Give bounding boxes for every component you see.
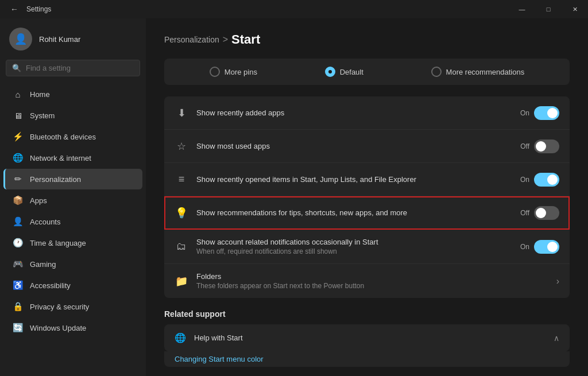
radio-default[interactable]: Default (325, 67, 363, 77)
titlebar-left: ← Settings (7, 2, 51, 16)
account-notifications-toggle-knob (547, 242, 558, 252)
setting-row-recently-opened: ≡ Show recently opened items in Start, J… (164, 163, 570, 196)
changing-start-color-link[interactable]: Changing Start menu color (164, 351, 570, 367)
folders-text: Folders These folders appear on Start ne… (196, 272, 548, 290)
recommendations-icon: 💡 (175, 207, 188, 219)
sidebar-item-gaming-label: Gaming (30, 260, 56, 269)
back-button[interactable]: ← (7, 2, 22, 16)
sidebar-item-system[interactable]: 🖥 System (3, 105, 142, 126)
breadcrumb-current: Start (231, 32, 260, 47)
update-icon: 🔄 (13, 323, 23, 333)
recently-added-toggle-knob (547, 108, 558, 118)
close-button[interactable]: ✕ (562, 0, 588, 18)
user-section: 👤 Rohit Kumar (0, 18, 146, 57)
sidebar-item-time-label: Time & language (30, 239, 86, 247)
recommendations-control: Off (520, 206, 559, 220)
sidebar-item-apps[interactable]: 📦 Apps (3, 190, 142, 211)
recommendations-toggle[interactable] (534, 206, 559, 220)
related-support-title: Related support (164, 309, 570, 319)
most-used-state-label: Off (520, 142, 529, 150)
recently-added-state-label: On (520, 109, 529, 117)
sidebar-item-privacy-label: Privacy & security (30, 303, 89, 311)
account-notifications-icon: 🗂 (175, 241, 188, 253)
sidebar-item-network[interactable]: 🌐 Network & internet (3, 148, 142, 168)
accessibility-icon: ♿ (13, 280, 23, 290)
setting-row-recommendations: 💡 Show recommendations for tips, shortcu… (164, 196, 570, 230)
breadcrumb-parent: Personalization (164, 35, 219, 44)
recently-added-toggle[interactable] (534, 106, 559, 120)
support-row-help-start[interactable]: 🌐 Help with Start ∧ (164, 324, 570, 351)
most-used-text: Show most used apps (196, 142, 512, 150)
sidebar-item-accounts[interactable]: 👤 Accounts (3, 211, 142, 232)
titlebar-controls: — □ ✕ (509, 0, 588, 18)
sidebar-item-privacy[interactable]: 🔒 Privacy & security (3, 296, 142, 317)
minimize-button[interactable]: — (509, 0, 535, 18)
account-notifications-toggle[interactable] (534, 240, 559, 254)
privacy-icon: 🔒 (13, 301, 23, 312)
layout-radio-group: More pins Default More recommendations (164, 59, 570, 85)
sidebar-item-personalization[interactable]: ✏ Personalization (3, 169, 142, 189)
gaming-icon: 🎮 (13, 259, 23, 269)
folders-chevron-icon: › (556, 276, 559, 286)
sidebar-item-bluetooth[interactable]: ⚡ Bluetooth & devices (3, 126, 142, 147)
home-icon: ⌂ (13, 89, 23, 99)
sidebar-item-home-label: Home (30, 90, 50, 99)
recently-added-text: Show recently added apps (196, 108, 512, 117)
radio-more-recs-label: More recommendations (446, 68, 525, 76)
account-notifications-sublabel: When off, required notifications are sti… (196, 247, 512, 255)
folders-sublabel: These folders appear on Start next to th… (196, 282, 548, 290)
radio-more-pins[interactable]: More pins (210, 67, 257, 77)
recently-opened-control: On (520, 173, 559, 187)
most-used-toggle[interactable] (534, 139, 559, 153)
recommendations-toggle-knob (536, 208, 546, 218)
recently-added-icon: ⬇ (175, 107, 188, 119)
titlebar: ← Settings — □ ✕ (0, 0, 588, 18)
help-start-chevron-icon: ∧ (554, 334, 559, 343)
sidebar-item-network-label: Network & internet (30, 154, 91, 162)
most-used-icon: ☆ (175, 140, 188, 153)
sidebar-item-personalization-label: Personalization (30, 175, 81, 184)
recently-added-label: Show recently added apps (196, 108, 512, 117)
radio-circle-more-recs (431, 67, 442, 77)
system-icon: 🖥 (13, 110, 23, 121)
recommendations-text: Show recommendations for tips, shortcuts… (196, 208, 512, 217)
search-box[interactable]: 🔍 (6, 60, 140, 76)
help-start-icon: 🌐 (175, 332, 186, 343)
most-used-toggle-knob (536, 141, 546, 152)
radio-circle-more-pins (210, 67, 220, 77)
account-notifications-label: Show account related notifications occas… (196, 238, 512, 246)
account-notifications-control: On (520, 240, 559, 254)
search-input[interactable] (26, 64, 134, 72)
user-name: Rohit Kumar (39, 35, 80, 44)
sidebar-item-update[interactable]: 🔄 Windows Update (3, 317, 142, 338)
account-notifications-text: Show account related notifications occas… (196, 238, 512, 255)
setting-row-folders[interactable]: 📁 Folders These folders appear on Start … (164, 264, 570, 298)
recently-added-control: On (520, 106, 559, 120)
sidebar-item-accounts-label: Accounts (30, 218, 60, 226)
radio-more-recs[interactable]: More recommendations (431, 67, 525, 77)
radio-circle-default (325, 67, 335, 77)
folders-icon: 📁 (175, 275, 188, 288)
radio-default-label: Default (340, 68, 363, 76)
recommendations-state-label: Off (520, 209, 529, 217)
recently-opened-text: Show recently opened items in Start, Jum… (196, 175, 512, 184)
radio-more-pins-label: More pins (225, 68, 257, 76)
settings-group: ⬇ Show recently added apps On ☆ Show mos… (164, 96, 570, 298)
setting-row-recently-added: ⬇ Show recently added apps On (164, 96, 570, 130)
personalization-icon: ✏ (13, 174, 23, 184)
sidebar-item-time[interactable]: 🕐 Time & language (3, 232, 142, 253)
sidebar-item-accessibility[interactable]: ♿ Accessibility (3, 275, 142, 296)
accounts-icon: 👤 (13, 216, 23, 227)
recently-opened-toggle[interactable] (534, 173, 559, 187)
search-icon: 🔍 (12, 64, 21, 72)
sidebar-item-accessibility-label: Accessibility (30, 281, 71, 290)
sidebar-item-gaming[interactable]: 🎮 Gaming (3, 254, 142, 274)
sidebar-item-home[interactable]: ⌂ Home (3, 84, 142, 104)
sidebar-item-apps-label: Apps (30, 196, 47, 205)
sidebar-item-update-label: Windows Update (30, 324, 86, 332)
sidebar: 👤 Rohit Kumar 🔍 ⌂ Home 🖥 System ⚡ Blueto… (0, 18, 146, 376)
recently-opened-state-label: On (520, 176, 529, 184)
recently-opened-toggle-knob (547, 175, 558, 185)
network-icon: 🌐 (13, 153, 23, 163)
maximize-button[interactable]: □ (535, 0, 562, 18)
